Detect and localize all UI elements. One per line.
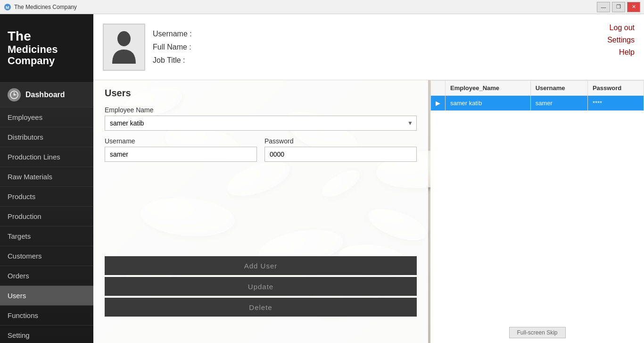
title-bar-left: M The Medicines Company: [4, 3, 77, 11]
fullname-label: Full Name :: [153, 43, 192, 51]
sidebar-item-production-lines[interactable]: Production Lines: [0, 147, 93, 167]
sidebar-item-label: Orders: [8, 272, 29, 280]
delete-button[interactable]: Delete: [105, 298, 417, 317]
dashboard-label: Dashboard: [25, 91, 65, 99]
help-link[interactable]: Help: [619, 48, 635, 57]
sidebar-item-products[interactable]: Products: [0, 187, 93, 207]
employee-name-label: Employee Name: [105, 106, 417, 114]
table-row[interactable]: ▶ samer katib samer ****: [431, 96, 644, 111]
sidebar-item-label: Production: [8, 212, 41, 220]
password-label: Password: [264, 137, 417, 145]
employee-name-select[interactable]: samer katib: [105, 116, 417, 131]
title-bar: M The Medicines Company — ❐ ✕: [0, 0, 644, 14]
content-area: Username : Full Name : Job Title : Log o…: [93, 14, 644, 343]
col-arrow: [431, 81, 446, 96]
sidebar-item-label: Products: [8, 192, 35, 201]
cell-employee-name: samer katib: [446, 96, 531, 111]
sidebar-item-label: Customers: [8, 252, 42, 260]
jobtitle-label: Job Title :: [153, 56, 192, 65]
settings-link[interactable]: Settings: [607, 36, 635, 44]
username-group: Username: [105, 137, 257, 162]
users-table: Employee_Name Username Password ▶ samer …: [430, 80, 644, 111]
password-group: Password: [264, 137, 417, 162]
table-header: Employee_Name Username Password: [431, 81, 644, 96]
username-label: Username: [105, 137, 257, 145]
sidebar-item-production[interactable]: Production: [0, 207, 93, 226]
sidebar-item-dashboard[interactable]: Dashboard: [0, 83, 93, 108]
top-bar: Username : Full Name : Job Title : Log o…: [93, 14, 644, 80]
sidebar-item-label: Production Lines: [8, 153, 60, 161]
fullscreen-skip-button[interactable]: Full-screen Skip: [509, 327, 565, 338]
sidebar-items-list: Employees Distributors Production Lines …: [0, 108, 93, 343]
sidebar-item-employees[interactable]: Employees: [0, 108, 93, 127]
sidebar-item-label: Functions: [8, 311, 38, 319]
top-bar-left: Username : Full Name : Job Title :: [103, 24, 192, 71]
col-password: Password: [587, 81, 644, 96]
sidebar-item-label: Users: [8, 292, 26, 300]
add-user-button[interactable]: Add User: [105, 256, 417, 275]
password-input[interactable]: [264, 147, 417, 162]
logout-link[interactable]: Log out: [610, 24, 635, 32]
right-panel: Employee_Name Username Password ▶ samer …: [430, 80, 644, 343]
logo-line2: Medicines: [8, 44, 86, 55]
sidebar-item-users[interactable]: Users: [0, 286, 93, 306]
sidebar-item-label: Employees: [8, 113, 42, 121]
sidebar-item-setting[interactable]: Setting: [0, 326, 93, 343]
table-body: ▶ samer katib samer ****: [431, 96, 644, 111]
sidebar-item-targets[interactable]: Targets: [0, 226, 93, 246]
employee-name-select-wrapper: samer katib ▼: [105, 116, 417, 131]
app-body: The Medicines Company Dashboard Employee…: [0, 14, 644, 343]
username-label: Username :: [153, 30, 192, 38]
sidebar-item-orders[interactable]: Orders: [0, 266, 93, 286]
employee-name-group: Employee Name samer katib ▼: [105, 106, 417, 131]
logo-line1: The: [8, 29, 86, 44]
sidebar-item-label: Distributors: [8, 133, 43, 141]
sidebar-item-label: Raw Materials: [8, 173, 52, 181]
close-button[interactable]: ✕: [627, 2, 640, 12]
main-panel: Users Employee Name samer katib ▼ Userna…: [93, 80, 428, 343]
svg-text:M: M: [6, 5, 9, 10]
cell-username: samer: [530, 96, 587, 111]
svg-point-4: [117, 31, 131, 46]
top-bar-right: Log out Settings Help: [607, 24, 635, 57]
sidebar-item-distributors[interactable]: Distributors: [0, 127, 93, 147]
sidebar-item-label: Targets: [8, 232, 31, 240]
app-title: The Medicines Company: [14, 4, 77, 10]
main-area: Users Employee Name samer katib ▼ Userna…: [93, 80, 644, 343]
sidebar-item-raw-materials[interactable]: Raw Materials: [0, 167, 93, 187]
row-arrow-cell: ▶: [431, 96, 446, 111]
user-info: Username : Full Name : Job Title :: [153, 30, 192, 65]
dashboard-icon: [8, 88, 21, 101]
credentials-row: Username Password: [105, 137, 417, 162]
col-username: Username: [530, 81, 587, 96]
sidebar-item-label: Setting: [8, 331, 30, 339]
logo-line3: Company: [8, 55, 86, 67]
panel-title: Users: [105, 88, 417, 99]
title-bar-controls: — ❐ ✕: [597, 2, 640, 12]
avatar-silhouette: [110, 28, 138, 66]
username-input[interactable]: [105, 147, 257, 162]
cell-password: ****: [587, 96, 644, 111]
app-icon: M: [4, 3, 11, 11]
sidebar-item-functions[interactable]: Functions: [0, 306, 93, 326]
maximize-button[interactable]: ❐: [612, 2, 625, 12]
avatar: [103, 24, 145, 71]
action-buttons: Add User Update Delete: [105, 256, 417, 317]
update-button[interactable]: Update: [105, 277, 417, 296]
sidebar-logo: The Medicines Company: [0, 14, 93, 83]
svg-point-3: [14, 94, 15, 96]
sidebar-item-customers[interactable]: Customers: [0, 246, 93, 266]
sidebar: The Medicines Company Dashboard Employee…: [0, 14, 93, 343]
minimize-button[interactable]: —: [597, 2, 610, 12]
col-employee-name: Employee_Name: [446, 81, 531, 96]
